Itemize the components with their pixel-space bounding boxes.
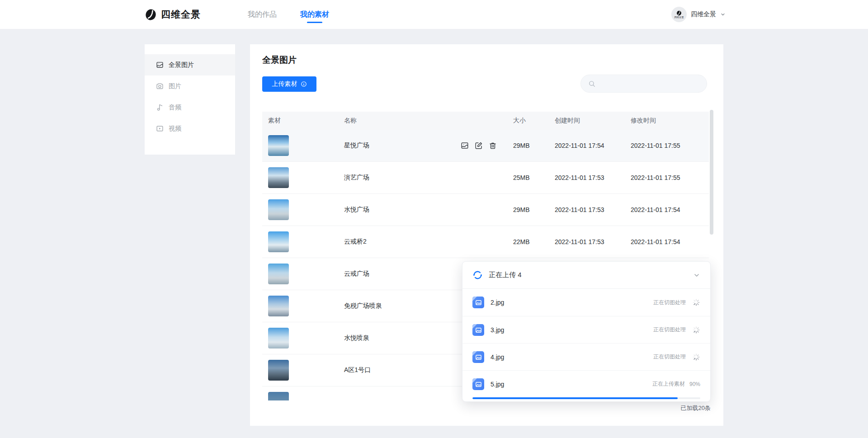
sidebar-item-audio[interactable]: 音频 xyxy=(145,97,235,118)
material-name: A区1号口 xyxy=(344,366,371,374)
upload-material-button[interactable]: 上传素材 xyxy=(262,76,316,92)
upload-panel-header[interactable]: 正在上传 4 xyxy=(462,262,710,289)
material-thumbnail[interactable] xyxy=(268,328,289,349)
sidebar: 全景图片 图片 音频 视频 xyxy=(145,44,235,155)
upload-progress-panel: 正在上传 4 2.jpg 正在切图处理 3.jpg 正在切图处理 4.jpg 正… xyxy=(462,261,711,402)
material-created: 2022-11-01 17:53 xyxy=(555,174,631,181)
material-size: 25MB xyxy=(513,174,555,181)
upload-progress-fill xyxy=(472,397,678,399)
spinner-icon xyxy=(692,353,700,361)
col-name: 名称 xyxy=(344,117,513,125)
material-modified: 2022-11-01 17:55 xyxy=(631,174,709,181)
upload-percent-text: 90% xyxy=(689,381,700,387)
upload-progress-track xyxy=(472,397,700,399)
upload-status-text: 正在切图处理 xyxy=(653,299,686,306)
sync-icon xyxy=(472,270,483,280)
upload-status-text: 正在切图处理 xyxy=(653,326,686,334)
user-name: 四维全景 xyxy=(691,10,716,19)
material-name: 水悦喷泉 xyxy=(344,334,369,342)
material-thumbnail[interactable] xyxy=(268,199,289,220)
col-modified: 修改时间 xyxy=(631,117,709,125)
material-thumbnail[interactable] xyxy=(268,296,289,316)
delete-icon[interactable] xyxy=(489,141,497,150)
upload-item: 3.jpg 正在切图处理 xyxy=(462,316,710,343)
row-actions xyxy=(461,141,497,150)
material-created: 2022-11-01 17:53 xyxy=(555,238,631,245)
material-thumbnail[interactable] xyxy=(268,360,289,381)
upload-file-name: 2.jpg xyxy=(491,299,504,306)
file-image-icon xyxy=(472,378,484,390)
edit-icon[interactable] xyxy=(475,141,483,150)
material-modified: 2022-11-01 17:55 xyxy=(631,142,709,149)
upload-panel-title: 正在上传 4 xyxy=(489,271,522,279)
table-header: 素材 名称 大小 创建时间 修改时间 xyxy=(262,112,709,130)
music-note-icon xyxy=(156,104,164,111)
col-size: 大小 xyxy=(513,117,555,125)
material-thumbnail[interactable] xyxy=(268,264,289,284)
active-tab-underline xyxy=(307,22,322,23)
material-size: 29MB xyxy=(513,142,555,149)
material-name: 免税广场喷泉 xyxy=(344,302,382,310)
material-created: 2022-11-01 17:54 xyxy=(555,142,631,149)
upload-file-name: 5.jpg xyxy=(491,381,504,388)
file-image-icon xyxy=(472,324,484,336)
tab-my-materials[interactable]: 我的素材 xyxy=(300,0,329,29)
brand-logo[interactable]: 四维全景 xyxy=(145,0,201,29)
sidebar-item-images[interactable]: 图片 xyxy=(145,75,235,97)
col-material: 素材 xyxy=(268,117,344,125)
table-scrollbar-thumb[interactable] xyxy=(710,110,713,235)
table-row[interactable]: 云戒桥2 22MB 2022-11-01 17:53 2022-11-01 17… xyxy=(262,226,709,258)
upload-item: 4.jpg 正在切图处理 xyxy=(462,343,710,370)
file-image-icon xyxy=(472,351,484,363)
material-thumbnail[interactable] xyxy=(268,392,289,400)
material-thumbnail[interactable] xyxy=(268,135,289,156)
page-title: 全景图片 xyxy=(262,54,297,66)
logo-icon xyxy=(145,9,157,21)
spinner-icon xyxy=(692,298,700,306)
logo-icon xyxy=(676,10,682,16)
tab-my-works[interactable]: 我的作品 xyxy=(248,0,277,29)
chevron-down-icon xyxy=(720,12,726,17)
material-created: 2022-11-01 17:53 xyxy=(555,206,631,213)
table-row[interactable]: 水悦广场 29MB 2022-11-01 17:53 2022-11-01 17… xyxy=(262,194,709,226)
material-name: 云戒广场 xyxy=(344,270,369,278)
col-created: 创建时间 xyxy=(555,117,631,125)
material-name: 云戒桥2 xyxy=(344,238,367,246)
top-navbar: 四维全景 我的作品 我的素材 四维全景 四维全景 xyxy=(0,0,868,29)
material-size: 22MB xyxy=(513,238,555,245)
material-name: 水悦广场 xyxy=(344,206,369,214)
chevron-down-icon[interactable] xyxy=(693,272,700,279)
material-thumbnail[interactable] xyxy=(268,167,289,188)
upload-status-text: 正在上传素材 xyxy=(652,380,685,388)
upload-item: 2.jpg 正在切图处理 xyxy=(462,289,710,316)
search-box xyxy=(580,75,707,93)
material-thumbnail[interactable] xyxy=(268,231,289,252)
search-icon xyxy=(588,80,596,88)
spinner-icon xyxy=(692,326,700,334)
nav-tabs: 我的作品 我的素材 xyxy=(248,0,329,29)
preview-image-icon[interactable] xyxy=(461,141,469,150)
table-row[interactable]: 演艺广场 25MB 2022-11-01 17:53 2022-11-01 17… xyxy=(262,162,709,194)
info-circle-icon xyxy=(301,81,307,87)
search-input[interactable] xyxy=(600,80,699,87)
avatar: 四维全景 xyxy=(671,7,687,22)
material-modified: 2022-11-01 17:54 xyxy=(631,206,709,213)
material-name: 演艺广场 xyxy=(344,174,369,182)
panorama-icon xyxy=(156,61,164,69)
file-image-icon xyxy=(472,297,484,308)
loaded-count-text: 已加载20条 xyxy=(681,404,711,412)
upload-status-text: 正在切图处理 xyxy=(653,353,686,361)
upload-file-name: 3.jpg xyxy=(491,326,504,334)
sidebar-item-panorama-images[interactable]: 全景图片 xyxy=(145,54,235,75)
avatar-label: 四维全景 xyxy=(675,16,684,18)
material-name: 星悦广场 xyxy=(344,141,369,150)
brand-name: 四维全景 xyxy=(161,8,201,21)
material-size: 29MB xyxy=(513,206,555,213)
upload-item: 5.jpg 正在上传素材 90% xyxy=(462,370,710,397)
table-row[interactable]: 星悦广场 29MB 2022-11-01 17:54 xyxy=(262,130,709,162)
video-icon xyxy=(156,125,164,132)
upload-file-name: 4.jpg xyxy=(491,353,504,361)
camera-icon xyxy=(156,82,164,90)
user-menu[interactable]: 四维全景 四维全景 xyxy=(671,0,726,29)
sidebar-item-video[interactable]: 视频 xyxy=(145,118,235,139)
